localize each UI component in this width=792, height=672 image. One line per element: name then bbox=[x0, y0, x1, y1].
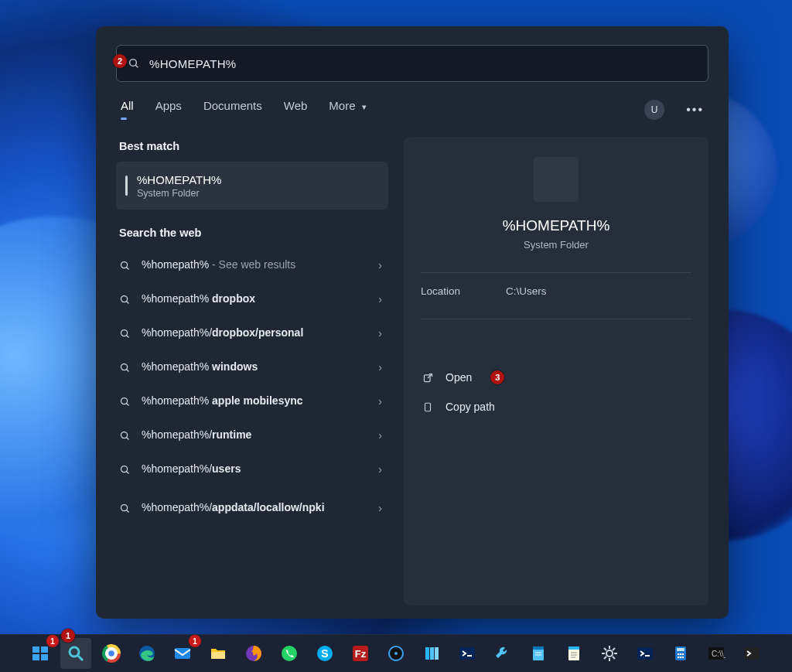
web-result[interactable]: %homepath% apple mobilesync› bbox=[116, 384, 388, 418]
tab-documents[interactable]: Documents bbox=[203, 99, 262, 120]
taskbar-tool-a[interactable] bbox=[487, 638, 518, 669]
svg-point-12 bbox=[121, 432, 128, 438]
taskbar-terminal-blue[interactable] bbox=[630, 638, 661, 669]
taskbar-skype[interactable] bbox=[309, 638, 340, 669]
taskbar-notepad[interactable] bbox=[558, 638, 589, 669]
cmd-icon bbox=[706, 643, 726, 663]
user-avatar[interactable]: U bbox=[644, 100, 664, 120]
details-icon bbox=[534, 157, 579, 202]
taskbar-books[interactable] bbox=[416, 638, 447, 669]
search-icon bbox=[119, 503, 131, 514]
svg-line-3 bbox=[127, 267, 129, 269]
taskbar-terminal[interactable] bbox=[736, 638, 767, 669]
books-icon bbox=[422, 643, 442, 663]
taskbar-mail[interactable]: 1 bbox=[167, 638, 198, 669]
web-result-text: %homepath% windows bbox=[142, 360, 367, 374]
taskbar-settings[interactable] bbox=[594, 638, 625, 669]
mail-icon bbox=[172, 643, 193, 663]
media-player-icon bbox=[386, 643, 406, 663]
calculator-icon bbox=[671, 643, 691, 663]
terminal-blue-icon bbox=[635, 643, 655, 663]
search-box[interactable] bbox=[116, 45, 708, 82]
svg-point-8 bbox=[121, 363, 128, 370]
web-result[interactable]: %homepath%/dropbox/personal› bbox=[116, 316, 388, 350]
web-result[interactable]: %homepath%/runtime› bbox=[116, 418, 388, 452]
search-input[interactable] bbox=[149, 57, 697, 70]
svg-line-11 bbox=[127, 403, 129, 405]
svg-point-10 bbox=[121, 397, 128, 404]
notepad-icon bbox=[564, 643, 584, 663]
taskbar-start-button[interactable]: 1 bbox=[25, 638, 56, 669]
web-result[interactable]: %homepath%/appdata/locallow/npki› bbox=[116, 486, 388, 530]
svg-line-5 bbox=[127, 301, 129, 303]
taskbar: 11 bbox=[0, 634, 792, 672]
web-result-text: %homepath% apple mobilesync bbox=[142, 394, 367, 408]
section-best-match: Best match bbox=[119, 140, 385, 152]
chevron-right-icon: › bbox=[378, 395, 382, 408]
chrome-icon bbox=[101, 643, 121, 663]
taskbar-edge[interactable] bbox=[131, 638, 162, 669]
action-copy-path[interactable]: Copy path bbox=[421, 392, 691, 421]
details-location-value: C:\Users bbox=[506, 285, 547, 297]
details-location-row: Location C:\Users bbox=[421, 285, 691, 297]
taskbar-firefox[interactable] bbox=[238, 638, 269, 669]
taskbar-chrome[interactable] bbox=[96, 638, 127, 669]
badge: 1 bbox=[46, 635, 59, 647]
taskbar-powershell[interactable] bbox=[452, 638, 483, 669]
best-match-title: %HOMEPATH% bbox=[137, 173, 221, 186]
svg-point-6 bbox=[121, 329, 128, 336]
skype-icon bbox=[315, 643, 335, 663]
taskbar-notes[interactable] bbox=[523, 638, 554, 669]
web-result-text: %homepath%/appdata/locallow/npki bbox=[142, 501, 367, 515]
tab-all[interactable]: All bbox=[121, 99, 134, 120]
svg-line-13 bbox=[127, 437, 129, 439]
details-title: %HOMEPATH% bbox=[421, 217, 691, 234]
edge-icon bbox=[137, 643, 157, 663]
web-result[interactable]: %homepath% windows› bbox=[116, 350, 388, 384]
tool-a-icon bbox=[493, 643, 513, 663]
whatsapp-icon bbox=[279, 643, 299, 663]
taskbar-filezilla[interactable] bbox=[345, 638, 376, 669]
search-tabs: All Apps Documents Web More ▾ U ••• bbox=[121, 99, 704, 120]
copy-icon bbox=[421, 401, 435, 413]
settings-icon bbox=[599, 643, 620, 663]
action-open-label: Open bbox=[446, 371, 472, 384]
tab-web[interactable]: Web bbox=[284, 99, 308, 120]
taskbar-cmd[interactable] bbox=[701, 638, 732, 669]
chevron-right-icon: › bbox=[378, 327, 382, 339]
powershell-icon bbox=[457, 643, 477, 663]
terminal-icon bbox=[742, 643, 762, 663]
web-result[interactable]: %homepath%/users› bbox=[116, 452, 388, 486]
svg-rect-18 bbox=[424, 374, 430, 381]
web-result[interactable]: %homepath% dropbox› bbox=[116, 282, 388, 316]
details-location-label: Location bbox=[421, 285, 506, 297]
svg-line-7 bbox=[127, 335, 129, 337]
web-result-text: %homepath%/users bbox=[142, 462, 367, 476]
svg-point-0 bbox=[130, 60, 137, 67]
search-icon bbox=[119, 430, 131, 442]
annotation-3: 3 bbox=[490, 370, 504, 384]
chevron-right-icon: › bbox=[378, 429, 382, 442]
start-search-flyout: 2 All Apps Documents Web More ▾ U ••• Be… bbox=[96, 26, 729, 619]
taskbar-calculator[interactable] bbox=[665, 638, 696, 669]
web-result[interactable]: %homepath% - See web results› bbox=[116, 248, 388, 282]
firefox-icon bbox=[244, 643, 264, 663]
chevron-down-icon: ▾ bbox=[362, 102, 367, 111]
overflow-menu[interactable]: ••• bbox=[686, 103, 704, 117]
taskbar-search-button[interactable] bbox=[60, 638, 91, 669]
taskbar-whatsapp[interactable] bbox=[274, 638, 305, 669]
separator bbox=[421, 319, 691, 319]
search-button-icon bbox=[66, 643, 86, 663]
taskbar-media-player[interactable] bbox=[381, 638, 411, 669]
web-result-text: %homepath%/dropbox/personal bbox=[142, 326, 367, 340]
tab-apps[interactable]: Apps bbox=[155, 99, 182, 120]
tab-more[interactable]: More ▾ bbox=[329, 99, 366, 120]
chevron-right-icon: › bbox=[378, 293, 382, 305]
action-open[interactable]: Open 3 bbox=[421, 363, 691, 392]
chevron-right-icon: › bbox=[378, 361, 382, 374]
best-match-result[interactable]: %HOMEPATH% System Folder bbox=[116, 162, 388, 210]
svg-line-15 bbox=[127, 471, 129, 473]
search-icon bbox=[119, 396, 131, 408]
taskbar-file-explorer[interactable] bbox=[203, 638, 234, 669]
notes-icon bbox=[528, 643, 548, 663]
